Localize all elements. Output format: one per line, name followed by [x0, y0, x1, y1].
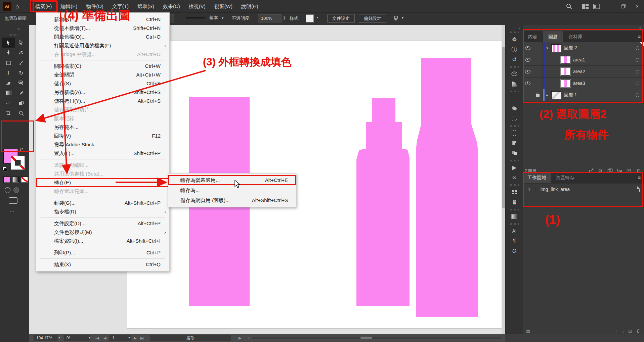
screen-mode-icon[interactable]: [9, 197, 17, 204]
opacity-input[interactable]: 100%: [258, 14, 282, 22]
gradient-panel-icon[interactable]: [506, 211, 523, 222]
menu-item-open-recent[interactable]: 打開最近使用過的檔案(F)›: [36, 41, 169, 50]
chevron-down-icon[interactable]: ▾: [316, 15, 318, 19]
brushes-panel-icon[interactable]: [506, 197, 523, 207]
layer-thumbnail[interactable]: [551, 91, 561, 99]
collapse-panel-icon[interactable]: «: [17, 26, 20, 31]
last-artboard-icon[interactable]: ▶|: [140, 336, 144, 340]
color-panel-icon[interactable]: [506, 69, 523, 79]
color-mode-gradient-button[interactable]: [12, 177, 19, 183]
menu-item-exit[interactable]: 結束(X)Ctrl+Q: [36, 260, 169, 269]
rearrange-icon[interactable]: ▦: [526, 329, 530, 334]
rotation-field[interactable]: 0°: [64, 335, 90, 341]
visibility-toggle[interactable]: [523, 89, 533, 101]
close-button[interactable]: ×: [632, 1, 642, 11]
direct-selection-tool[interactable]: [15, 38, 28, 48]
canvas-vertical-scrollbar[interactable]: [502, 25, 505, 334]
move-up-icon[interactable]: ↑: [616, 329, 618, 334]
lock-toggle[interactable]: [533, 54, 543, 65]
dock-grip[interactable]: [510, 223, 519, 225]
move-artboard-icons[interactable]: ▦: [526, 329, 530, 334]
chevron-down-icon[interactable]: ▾: [128, 336, 130, 339]
layer-row-area1[interactable]: area1: [523, 54, 644, 66]
layer-name[interactable]: 圖層 2: [564, 45, 577, 51]
pink-bottle-object[interactable]: [416, 58, 478, 317]
new-artboard-icon[interactable]: ⊞: [628, 329, 632, 334]
object-name[interactable]: area2: [573, 69, 585, 74]
dock-grip[interactable]: [510, 66, 519, 68]
transparency-panel-icon[interactable]: [506, 103, 523, 113]
menu-item-revert[interactable]: 回復(V)F12: [36, 132, 169, 140]
menubar-item-help[interactable]: 說明(H): [237, 1, 263, 11]
opentype-panel-icon[interactable]: O: [506, 246, 523, 256]
dock-grip[interactable]: [510, 209, 519, 210]
collapse-scrollbar-icon[interactable]: 〈: [246, 336, 250, 341]
preferences-button[interactable]: 偏好設定: [359, 14, 386, 23]
pathfinder-panel-icon[interactable]: [506, 148, 523, 158]
swap-fill-stroke-icon[interactable]: ⇄: [19, 147, 23, 152]
rotate-tool[interactable]: ↻: [15, 68, 28, 78]
object-thumbnail[interactable]: [561, 68, 570, 76]
expand-panels-icon[interactable]: «: [518, 26, 520, 30]
target-circle[interactable]: [636, 58, 639, 62]
layer-thumbnail[interactable]: [551, 44, 561, 52]
layer-row-layer2[interactable]: ▾ 圖層 2: [523, 42, 644, 54]
arrange-documents-icon[interactable]: [593, 4, 600, 9]
stroke-panel-icon[interactable]: ≡: [506, 93, 523, 103]
color-mode-none-button[interactable]: [21, 177, 28, 183]
panel-menu-icon[interactable]: ≡: [635, 172, 644, 183]
stroke-style-dropdown[interactable]: 基本 ▾: [186, 15, 223, 21]
menu-item-document-color-mode[interactable]: 文件色彩模式(M)›: [36, 228, 169, 237]
menubar-item-effect[interactable]: 效果(C): [159, 1, 184, 11]
minimize-button[interactable]: –: [605, 1, 614, 11]
menu-item-file-info[interactable]: 檔案資訊(I)...Alt+Shift+Ctrl+I: [36, 237, 169, 245]
appearance-panel-icon[interactable]: [506, 128, 523, 138]
menubar-item-file[interactable]: 檔案(F): [31, 1, 56, 11]
artboard-page-icon[interactable]: [639, 187, 640, 192]
menubar-item-window[interactable]: 視窗(W): [210, 1, 237, 11]
submenu-item-export-for-screens[interactable]: 轉存為螢幕適用...Alt+Ctrl+E: [168, 175, 296, 185]
eraser-tool[interactable]: [2, 78, 15, 88]
tab-libraries[interactable]: 資料庫: [563, 31, 588, 42]
delete-artboard-icon[interactable]: [636, 329, 641, 333]
lock-toggle[interactable]: [533, 66, 543, 77]
selection-options-panel-icon[interactable]: [506, 113, 523, 124]
more-tools-icon[interactable]: …: [9, 207, 15, 213]
chevron-down-icon[interactable]: ▾: [58, 336, 60, 339]
type-tool[interactable]: T: [2, 68, 15, 78]
menu-item-search-adobe-stock[interactable]: 搜尋 Adobe Stock...: [36, 140, 169, 149]
object-thumbnail[interactable]: [561, 56, 570, 64]
menu-item-close-all[interactable]: 全部關閉Alt+Ctrl+W: [36, 70, 169, 79]
submenu-item-save-for-web[interactable]: 儲存為網頁用 (舊版)...Alt+Shift+Ctrl+S: [168, 195, 296, 205]
eyedropper-tool[interactable]: [15, 88, 28, 98]
object-name[interactable]: area3: [573, 81, 585, 86]
curvature-tool[interactable]: [15, 48, 28, 58]
artboard-name[interactable]: img_link_area: [536, 187, 570, 192]
artboards-panel-icon[interactable]: [506, 187, 523, 197]
panel-menu-icon[interactable]: ≡: [635, 31, 644, 42]
menu-item-export[interactable]: 轉存(E)›: [36, 178, 169, 187]
width-tool[interactable]: [2, 98, 15, 108]
chevron-right-icon[interactable]: ▸: [545, 93, 550, 97]
home-icon[interactable]: ⌂: [15, 2, 19, 11]
menu-item-open[interactable]: 開啟舊檔(O)...Ctrl+O: [36, 33, 169, 41]
align-panel-icon[interactable]: [506, 138, 523, 148]
pink-spray-bottle-object[interactable]: [356, 98, 410, 306]
dock-grip[interactable]: [510, 91, 519, 92]
layer-row-layer1[interactable]: ▸ 圖層 1: [523, 89, 644, 101]
visibility-toggle[interactable]: [523, 54, 533, 65]
color-mode-fill-button[interactable]: [3, 177, 11, 183]
tab-asset-export[interactable]: 資產轉存: [551, 172, 579, 183]
dock-grip[interactable]: [510, 125, 519, 127]
chevron-down-icon[interactable]: ▾: [89, 336, 90, 339]
character-panel-icon[interactable]: A|: [506, 226, 523, 236]
target-circle[interactable]: [636, 46, 639, 50]
menu-item-package[interactable]: 封裝(G)...Alt+Shift+Ctrl+P: [36, 199, 169, 207]
menu-item-close[interactable]: 關閉檔案(C)Ctrl+W: [36, 62, 169, 70]
zoom-tool[interactable]: [15, 108, 28, 118]
links-panel-icon[interactable]: ∞: [506, 173, 523, 183]
move-down-icon[interactable]: ↓: [622, 329, 625, 334]
style-swatch[interactable]: [306, 14, 314, 22]
workspace-switcher-icon[interactable]: [582, 4, 589, 9]
chevron-down-icon[interactable]: ▾: [402, 16, 403, 19]
